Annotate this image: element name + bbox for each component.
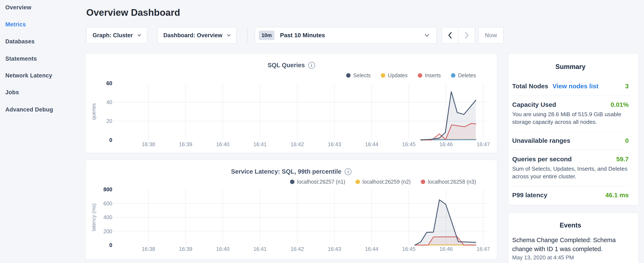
summary-panel: Summary Total NodesView nodes list3Capac… (508, 53, 639, 205)
sql-queries-chart-plot[interactable]: 16:3816:3916:4016:4116:4216:4316:4416:45… (90, 79, 494, 150)
svg-text:16:44: 16:44 (365, 246, 378, 252)
sidebar-nav: OverviewMetricsDatabasesStatementsNetwor… (0, 0, 85, 263)
sidebar-item-jobs[interactable]: Jobs (5, 89, 19, 96)
summary-row-value: 46.1 ms (605, 191, 629, 199)
summary-row: Total NodesView nodes list3 (512, 83, 629, 90)
summary-row-label: P99 latency (512, 191, 547, 199)
summary-row-value: 3 (625, 83, 629, 90)
sidebar-item-metrics[interactable]: Metrics (5, 21, 26, 28)
svg-text:16:43: 16:43 (328, 246, 341, 252)
sidebar-item-databases[interactable]: Databases (5, 38, 35, 45)
svg-text:16:39: 16:39 (179, 141, 192, 147)
now-button[interactable]: Now (478, 27, 504, 44)
svg-text:600: 600 (103, 200, 112, 206)
svg-text:400: 400 (103, 214, 112, 220)
sidebar-item-network-latency[interactable]: Network Latency (5, 72, 52, 79)
dashboard-dropdown-label: Dashboard: Overview (163, 32, 222, 39)
dashboard-dropdown[interactable]: Dashboard: Overview (157, 27, 236, 44)
time-step-back-button[interactable] (442, 27, 458, 43)
svg-text:16:47: 16:47 (477, 141, 490, 147)
service-latency-chart-plot[interactable]: 16:3816:3916:4016:4116:4216:4316:4416:45… (90, 184, 494, 256)
graph-scope-label: Graph: Cluster (92, 32, 133, 39)
summary-row-description: You are using 28.6 MiB of 515.9 GiB usab… (512, 110, 629, 126)
sidebar-item-overview[interactable]: Overview (5, 4, 31, 11)
summary-row: P99 latency46.1 ms (512, 191, 629, 199)
svg-text:16:42: 16:42 (291, 246, 304, 252)
time-step-forward-button[interactable] (458, 27, 475, 43)
sidebar-item-advanced-debug[interactable]: Advanced Debug (5, 106, 53, 113)
legend-label: localhost:26257 (n1) (297, 179, 345, 185)
legend-label: Deletes (458, 72, 476, 79)
legend-item: Selects (346, 72, 370, 79)
summary-row-value: 0.01% (610, 101, 629, 108)
svg-text:0: 0 (109, 137, 112, 143)
chevron-down-icon (425, 34, 429, 37)
svg-text:40: 40 (106, 99, 112, 105)
chevron-left-icon (448, 32, 453, 39)
legend-label: Selects (353, 72, 370, 79)
summary-row-value: 0 (625, 137, 629, 144)
summary-row-label: Queries per second (512, 156, 572, 163)
service-latency-chart-card: Service Latency: SQL, 99th percentile i … (86, 160, 497, 260)
summary-divider (512, 186, 629, 186)
legend-dot-icon (421, 180, 425, 184)
svg-text:16:41: 16:41 (254, 246, 267, 252)
svg-text:16:45: 16:45 (402, 141, 416, 147)
graph-scope-dropdown[interactable]: Graph: Cluster (86, 27, 147, 44)
svg-text:16:38: 16:38 (142, 141, 155, 147)
svg-text:16:45: 16:45 (402, 246, 416, 252)
event-text: Schema Change Completed: Schema change w… (512, 235, 629, 253)
legend-dot-icon (346, 73, 350, 78)
svg-text:20: 20 (106, 118, 112, 124)
time-window-badge: 10m (259, 31, 274, 40)
legend-item: localhost:26259 (n2) (356, 179, 411, 185)
svg-text:0: 0 (109, 242, 112, 248)
info-icon[interactable]: i (308, 62, 315, 69)
svg-text:queries: queries (91, 103, 96, 120)
chevron-down-icon (138, 34, 141, 37)
legend-item: Deletes (451, 72, 476, 79)
legend-dot-icon (356, 180, 360, 184)
summary-divider (512, 95, 629, 96)
controls-divider (247, 29, 248, 42)
svg-text:16:40: 16:40 (216, 141, 230, 147)
legend-dot-icon (381, 73, 385, 78)
summary-row-label: Unavailable ranges (512, 137, 570, 144)
overview-dashboard-page: OverviewMetricsDatabasesStatementsNetwor… (0, 0, 644, 263)
chart-title: SQL Queries (268, 62, 305, 69)
sql-queries-chart-card: SQL Queries i SelectsUpdatesInsertsDelet… (86, 53, 497, 153)
svg-text:latency (ms): latency (ms) (91, 203, 96, 231)
legend-label: Updates (388, 72, 408, 79)
chart-legend: localhost:26257 (n1)localhost:26259 (n2)… (290, 179, 476, 185)
time-window-dropdown[interactable]: 10m Past 10 Minutes (255, 27, 437, 44)
svg-text:16:38: 16:38 (142, 246, 155, 252)
legend-item: Inserts (418, 72, 441, 79)
summary-row: Unavailable ranges0 (512, 137, 629, 144)
summary-row: Queries per second59.7 (512, 156, 629, 163)
legend-dot-icon (418, 73, 422, 78)
view-nodes-list-link[interactable]: View nodes list (552, 83, 598, 90)
sidebar-item-statements[interactable]: Statements (5, 56, 37, 62)
svg-text:16:44: 16:44 (365, 141, 378, 147)
legend-item: localhost:26257 (n1) (290, 179, 345, 185)
legend-dot-icon (451, 73, 456, 78)
legend-item: Updates (381, 72, 408, 79)
legend-label: localhost:26259 (n2) (362, 179, 411, 185)
svg-text:16:42: 16:42 (291, 141, 304, 147)
time-window-label: Past 10 Minutes (280, 32, 425, 39)
summary-row-label: Total Nodes (512, 83, 548, 90)
event-timestamp: May 13, 2020 at 4:45 PM (512, 254, 629, 261)
summary-row-value: 59.7 (616, 156, 629, 163)
chevron-down-icon (227, 34, 230, 37)
time-step-button-group (442, 27, 475, 44)
svg-text:200: 200 (103, 228, 112, 234)
legend-dot-icon (290, 180, 294, 184)
legend-item: localhost:26258 (n3) (421, 179, 476, 185)
svg-text:16:41: 16:41 (254, 141, 267, 147)
info-icon[interactable]: i (345, 168, 352, 175)
svg-text:16:40: 16:40 (216, 246, 230, 252)
events-panel-title: Events (512, 221, 629, 229)
chart-title: Service Latency: SQL, 99th percentile (231, 168, 342, 175)
summary-row-label: Capacity Used (512, 101, 556, 108)
svg-text:16:46: 16:46 (440, 246, 453, 252)
